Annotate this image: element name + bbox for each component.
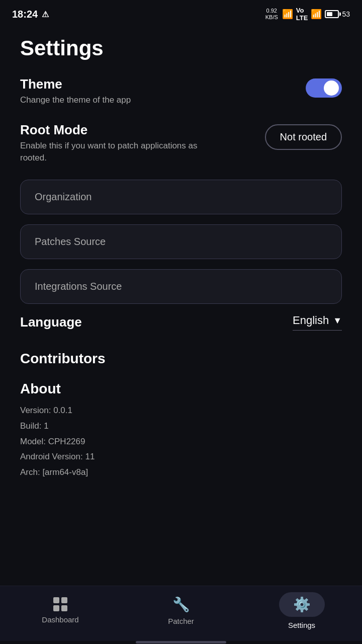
language-value: English bbox=[293, 314, 329, 327]
theme-text: Theme Change the theme of the app bbox=[20, 76, 131, 106]
dashboard-icon-container bbox=[53, 597, 67, 611]
about-arch: Arch: [arm64-v8a] bbox=[20, 465, 342, 480]
home-bar bbox=[136, 641, 226, 643]
patcher-icon-container: 🔧 bbox=[172, 596, 190, 613]
toggle-thumb bbox=[324, 80, 339, 96]
vo-lte-icon: VoLTE bbox=[296, 7, 308, 22]
theme-label: Theme bbox=[20, 76, 131, 92]
battery-fill bbox=[327, 12, 332, 16]
dashboard-icon bbox=[53, 597, 67, 611]
speed-value: 0.92 bbox=[266, 8, 277, 14]
nav-dashboard-label: Dashboard bbox=[42, 615, 78, 624]
about-title: About bbox=[20, 381, 342, 397]
signal-icon: 📶 bbox=[311, 9, 322, 20]
integrations-source-field[interactable]: Integrations Source bbox=[20, 269, 342, 304]
settings-icon-container: ⚙️ bbox=[279, 592, 325, 617]
theme-toggle[interactable] bbox=[306, 78, 342, 98]
nav-settings[interactable]: ⚙️ Settings bbox=[241, 592, 362, 629]
chevron-down-icon: ▼ bbox=[333, 315, 342, 326]
organization-field[interactable]: Organization bbox=[20, 180, 342, 214]
page-title: Settings bbox=[20, 36, 342, 60]
warning-icon: ⚠ bbox=[42, 10, 49, 19]
root-mode-label: Root Mode bbox=[20, 122, 211, 138]
root-mode-setting: Root Mode Enable this if you want to pat… bbox=[20, 122, 342, 164]
status-icons: 📶 VoLTE 📶 53 bbox=[282, 7, 350, 22]
data-speed: 0.92 KB/S bbox=[265, 8, 278, 21]
patches-source-field[interactable]: Patches Source bbox=[20, 224, 342, 259]
settings-icon: ⚙️ bbox=[293, 596, 311, 613]
nav-patcher[interactable]: 🔧 Patcher bbox=[121, 596, 241, 625]
nav-dashboard[interactable]: Dashboard bbox=[0, 597, 121, 624]
integrations-source-placeholder: Integrations Source bbox=[35, 281, 122, 292]
about-build: Build: 1 bbox=[20, 419, 342, 434]
time-display: 18:24 bbox=[12, 9, 38, 20]
wifi-icon: 📶 bbox=[282, 9, 293, 20]
battery-icon bbox=[325, 10, 339, 18]
about-model: Model: CPH2269 bbox=[20, 434, 342, 450]
contributors-title: Contributors bbox=[20, 351, 342, 367]
bottom-nav: Dashboard 🔧 Patcher ⚙️ Settings bbox=[0, 586, 362, 641]
root-mode-description: Enable this if you want to patch applica… bbox=[20, 140, 211, 164]
theme-description: Change the theme of the app bbox=[20, 94, 131, 106]
status-bar: 18:24 ⚠ 0.92 KB/S 📶 VoLTE 📶 53 bbox=[0, 0, 362, 26]
status-time: 18:24 ⚠ bbox=[12, 9, 49, 20]
language-row: Language English ▼ bbox=[20, 314, 342, 331]
speed-unit: KB/S bbox=[265, 14, 278, 21]
settings-content: Settings Theme Change the theme of the a… bbox=[0, 26, 362, 586]
language-label: Language bbox=[20, 314, 82, 330]
organization-placeholder: Organization bbox=[35, 191, 92, 202]
status-right: 0.92 KB/S 📶 VoLTE 📶 53 bbox=[265, 7, 350, 22]
root-mode-button[interactable]: Not rooted bbox=[265, 124, 342, 150]
theme-toggle-container[interactable] bbox=[306, 76, 342, 98]
about-info: Version: 0.0.1 Build: 1 Model: CPH2269 A… bbox=[20, 403, 342, 480]
about-android-version: Android Version: 11 bbox=[20, 449, 342, 465]
home-indicator bbox=[0, 641, 362, 644]
patches-source-placeholder: Patches Source bbox=[35, 236, 106, 247]
nav-settings-label: Settings bbox=[288, 621, 315, 629]
theme-setting: Theme Change the theme of the app bbox=[20, 76, 342, 106]
nav-patcher-label: Patcher bbox=[168, 617, 194, 625]
patcher-icon: 🔧 bbox=[172, 596, 190, 613]
about-version: Version: 0.0.1 bbox=[20, 403, 342, 419]
root-mode-text: Root Mode Enable this if you want to pat… bbox=[20, 122, 211, 164]
battery-percent: 53 bbox=[342, 10, 350, 18]
language-dropdown[interactable]: English ▼ bbox=[293, 314, 342, 331]
